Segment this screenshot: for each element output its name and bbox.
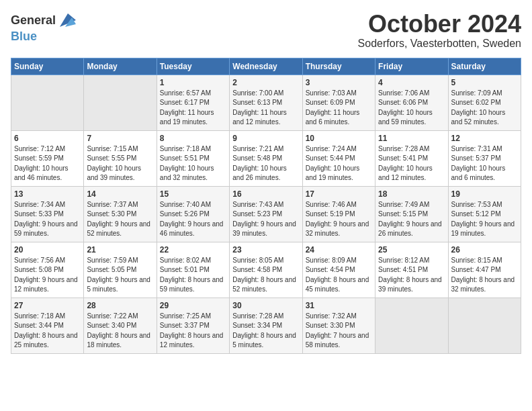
weekday-header: Thursday — [302, 58, 375, 75]
calendar-day-cell: 7Sunrise: 7:15 AMSunset: 5:55 PMDaylight… — [84, 130, 157, 186]
day-detail: Sunrise: 7:28 AMSunset: 5:41 PMDaylight:… — [378, 144, 445, 183]
weekday-header: Saturday — [448, 58, 521, 75]
calendar-day-cell: 14Sunrise: 7:37 AMSunset: 5:30 PMDayligh… — [84, 186, 157, 242]
day-detail: Sunrise: 7:49 AMSunset: 5:15 PMDaylight:… — [378, 200, 445, 239]
calendar-table: SundayMondayTuesdayWednesdayThursdayFrid… — [11, 58, 521, 354]
calendar-day-cell: 31Sunrise: 7:32 AMSunset: 3:30 PMDayligh… — [302, 298, 375, 353]
day-detail: Sunrise: 7:21 AMSunset: 5:48 PMDaylight:… — [232, 144, 299, 183]
calendar-day-cell: 10Sunrise: 7:24 AMSunset: 5:44 PMDayligh… — [302, 130, 375, 186]
day-number: 8 — [160, 134, 226, 143]
calendar-day-cell: 5Sunrise: 7:09 AMSunset: 6:02 PMDaylight… — [448, 75, 521, 130]
day-number: 11 — [378, 134, 445, 143]
day-number: 4 — [378, 78, 445, 87]
weekday-header: Tuesday — [157, 58, 229, 75]
day-number: 21 — [87, 245, 153, 255]
calendar-day-cell: 11Sunrise: 7:28 AMSunset: 5:41 PMDayligh… — [375, 130, 448, 186]
day-detail: Sunrise: 8:09 AMSunset: 4:54 PMDaylight:… — [306, 256, 372, 295]
day-detail: Sunrise: 7:53 AMSunset: 5:12 PMDaylight:… — [451, 200, 518, 239]
day-detail: Sunrise: 7:09 AMSunset: 6:02 PMDaylight:… — [451, 89, 518, 128]
calendar-day-cell: 21Sunrise: 7:59 AMSunset: 5:05 PMDayligh… — [84, 242, 157, 298]
logo-general: General — [11, 13, 56, 28]
day-number: 2 — [232, 78, 299, 87]
day-detail: Sunrise: 7:18 AMSunset: 3:44 PMDaylight:… — [14, 312, 81, 351]
calendar-day-cell: 20Sunrise: 7:56 AMSunset: 5:08 PMDayligh… — [11, 242, 84, 298]
calendar-day-cell: 22Sunrise: 8:02 AMSunset: 5:01 PMDayligh… — [157, 242, 229, 298]
logo: General Blue — [11, 11, 76, 44]
calendar-day-cell: 23Sunrise: 8:05 AMSunset: 4:58 PMDayligh… — [230, 242, 302, 298]
calendar-day-cell: 27Sunrise: 7:18 AMSunset: 3:44 PMDayligh… — [11, 298, 84, 353]
day-detail: Sunrise: 7:25 AMSunset: 3:37 PMDaylight:… — [160, 312, 226, 351]
day-number: 14 — [87, 189, 153, 199]
calendar-day-cell: 6Sunrise: 7:12 AMSunset: 5:59 PMDaylight… — [11, 130, 84, 186]
day-detail: Sunrise: 7:40 AMSunset: 5:26 PMDaylight:… — [160, 200, 226, 239]
day-number: 16 — [232, 189, 299, 199]
calendar-day-cell: 17Sunrise: 7:46 AMSunset: 5:19 PMDayligh… — [302, 186, 375, 242]
calendar-day-cell — [448, 298, 521, 353]
day-detail: Sunrise: 7:12 AMSunset: 5:59 PMDaylight:… — [14, 144, 81, 183]
calendar-day-cell — [11, 75, 84, 130]
calendar-week-row: 20Sunrise: 7:56 AMSunset: 5:08 PMDayligh… — [11, 242, 521, 298]
day-detail: Sunrise: 8:12 AMSunset: 4:51 PMDaylight:… — [378, 256, 445, 295]
day-number: 24 — [306, 245, 372, 255]
day-number: 1 — [160, 78, 226, 87]
calendar-day-cell: 26Sunrise: 8:15 AMSunset: 4:47 PMDayligh… — [448, 242, 521, 298]
day-number: 9 — [232, 134, 299, 143]
day-number: 19 — [451, 189, 518, 199]
calendar-day-cell: 9Sunrise: 7:21 AMSunset: 5:48 PMDaylight… — [230, 130, 302, 186]
calendar-day-cell: 25Sunrise: 8:12 AMSunset: 4:51 PMDayligh… — [375, 242, 448, 298]
day-detail: Sunrise: 7:37 AMSunset: 5:30 PMDaylight:… — [87, 200, 153, 239]
calendar-day-cell: 18Sunrise: 7:49 AMSunset: 5:15 PMDayligh… — [375, 186, 448, 242]
calendar-day-cell — [84, 75, 157, 130]
month-title: October 2024 — [358, 11, 521, 38]
day-number: 13 — [14, 189, 81, 199]
weekday-header-row: SundayMondayTuesdayWednesdayThursdayFrid… — [11, 58, 521, 75]
calendar-day-cell: 4Sunrise: 7:06 AMSunset: 6:06 PMDaylight… — [375, 75, 448, 130]
day-detail: Sunrise: 7:18 AMSunset: 5:51 PMDaylight:… — [160, 144, 226, 183]
day-detail: Sunrise: 7:34 AMSunset: 5:33 PMDaylight:… — [14, 200, 81, 239]
day-number: 6 — [14, 134, 81, 143]
day-number: 31 — [306, 301, 372, 310]
day-detail: Sunrise: 7:06 AMSunset: 6:06 PMDaylight:… — [378, 89, 445, 128]
day-number: 25 — [378, 245, 445, 255]
location-title: Soderfors, Vaesterbotten, Sweden — [358, 38, 521, 50]
page-header: General Blue October 2024 Soderfors, Vae… — [11, 11, 521, 50]
calendar-week-row: 13Sunrise: 7:34 AMSunset: 5:33 PMDayligh… — [11, 186, 521, 242]
day-detail: Sunrise: 7:15 AMSunset: 5:55 PMDaylight:… — [87, 144, 153, 183]
title-block: October 2024 Soderfors, Vaesterbotten, S… — [358, 11, 521, 50]
day-detail: Sunrise: 8:15 AMSunset: 4:47 PMDaylight:… — [451, 256, 518, 295]
day-detail: Sunrise: 7:31 AMSunset: 5:37 PMDaylight:… — [451, 144, 518, 183]
calendar-day-cell: 16Sunrise: 7:43 AMSunset: 5:23 PMDayligh… — [230, 186, 302, 242]
day-number: 30 — [232, 301, 299, 310]
weekday-header: Monday — [84, 58, 157, 75]
calendar-day-cell: 13Sunrise: 7:34 AMSunset: 5:33 PMDayligh… — [11, 186, 84, 242]
calendar-day-cell: 24Sunrise: 8:09 AMSunset: 4:54 PMDayligh… — [302, 242, 375, 298]
day-number: 22 — [160, 245, 226, 255]
calendar-week-row: 27Sunrise: 7:18 AMSunset: 3:44 PMDayligh… — [11, 298, 521, 353]
day-number: 5 — [451, 78, 518, 87]
calendar-day-cell: 8Sunrise: 7:18 AMSunset: 5:51 PMDaylight… — [157, 130, 229, 186]
day-detail: Sunrise: 7:46 AMSunset: 5:19 PMDaylight:… — [306, 200, 372, 239]
calendar-day-cell: 2Sunrise: 7:00 AMSunset: 6:13 PMDaylight… — [230, 75, 302, 130]
day-number: 27 — [14, 301, 81, 310]
weekday-header: Sunday — [11, 58, 84, 75]
day-number: 15 — [160, 189, 226, 199]
calendar-day-cell: 30Sunrise: 7:28 AMSunset: 3:34 PMDayligh… — [230, 298, 302, 353]
calendar-day-cell: 28Sunrise: 7:22 AMSunset: 3:40 PMDayligh… — [84, 298, 157, 353]
calendar-day-cell: 29Sunrise: 7:25 AMSunset: 3:37 PMDayligh… — [157, 298, 229, 353]
day-number: 17 — [306, 189, 372, 199]
day-number: 12 — [451, 134, 518, 143]
day-detail: Sunrise: 8:02 AMSunset: 5:01 PMDaylight:… — [160, 256, 226, 295]
calendar-day-cell: 19Sunrise: 7:53 AMSunset: 5:12 PMDayligh… — [448, 186, 521, 242]
calendar-day-cell: 3Sunrise: 7:03 AMSunset: 6:09 PMDaylight… — [302, 75, 375, 130]
day-number: 10 — [306, 134, 372, 143]
calendar-day-cell: 15Sunrise: 7:40 AMSunset: 5:26 PMDayligh… — [157, 186, 229, 242]
day-detail: Sunrise: 7:56 AMSunset: 5:08 PMDaylight:… — [14, 256, 81, 295]
day-number: 26 — [451, 245, 518, 255]
day-number: 28 — [87, 301, 153, 310]
day-number: 20 — [14, 245, 81, 255]
day-detail: Sunrise: 6:57 AMSunset: 6:17 PMDaylight:… — [160, 89, 226, 128]
day-detail: Sunrise: 7:24 AMSunset: 5:44 PMDaylight:… — [306, 144, 372, 183]
day-number: 29 — [160, 301, 226, 310]
day-detail: Sunrise: 8:05 AMSunset: 4:58 PMDaylight:… — [232, 256, 299, 295]
calendar-day-cell: 12Sunrise: 7:31 AMSunset: 5:37 PMDayligh… — [448, 130, 521, 186]
